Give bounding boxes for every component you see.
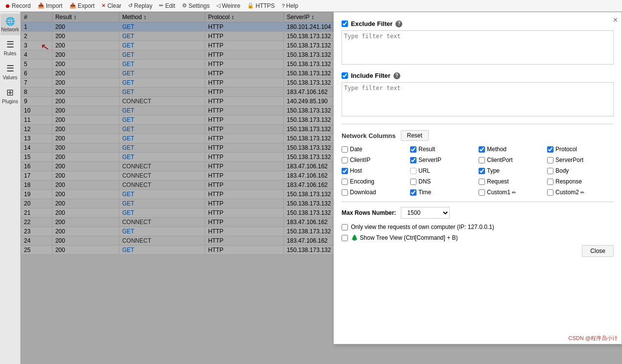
col-cb-time[interactable] xyxy=(410,189,416,196)
col-label-response[interactable]: Response xyxy=(555,178,582,185)
edit-col-icon[interactable]: ✏ xyxy=(580,190,584,195)
col-label-serverip[interactable]: ServerIP xyxy=(418,157,441,163)
exclude-filter-checkbox[interactable] xyxy=(342,21,348,27)
include-filter-help-icon[interactable]: ? xyxy=(393,72,400,79)
col-checkbox-protocol[interactable]: Protocol xyxy=(547,146,614,153)
col-checkbox-clientport[interactable]: ClientPort xyxy=(479,157,545,163)
col-checkbox-download[interactable]: Download xyxy=(342,189,408,196)
sidebar-item-rules[interactable]: ☰ Rules xyxy=(0,36,20,59)
include-filter-checkbox[interactable] xyxy=(342,72,348,79)
col-checkbox-custom1[interactable]: Custom1 ✏ xyxy=(479,189,545,196)
col-checkbox-clientip[interactable]: ClientIP xyxy=(342,157,408,163)
col-cb-serverport[interactable] xyxy=(547,157,553,163)
settings-close-x-button[interactable]: × xyxy=(613,16,618,24)
tree-view-label[interactable]: 🌲 Show Tree View (Ctrl[Command] + B) xyxy=(351,234,458,241)
col-label-request[interactable]: Request xyxy=(487,178,509,185)
col-label-download[interactable]: Download xyxy=(350,189,376,196)
col-cb-body[interactable] xyxy=(547,168,553,174)
col-cb-download[interactable] xyxy=(342,189,348,196)
include-filter-header: Include Filter ? xyxy=(342,72,614,79)
own-computer-label[interactable]: Only view the requests of own computer (… xyxy=(351,224,494,230)
record-icon: ⏺ xyxy=(5,3,10,9)
col-label-clientport[interactable]: ClientPort xyxy=(487,157,513,163)
col-cb-host[interactable] xyxy=(342,168,348,174)
tree-view-option[interactable]: 🌲 Show Tree View (Ctrl[Command] + B) xyxy=(342,234,614,241)
col-cb-result[interactable] xyxy=(410,146,416,153)
clear-button[interactable]: ✕ Clear xyxy=(98,0,124,11)
https-button[interactable]: 🔒 HTTPS xyxy=(244,0,277,11)
col-label-custom2[interactable]: Custom2 ✏ xyxy=(555,189,584,196)
col-checkbox-date[interactable]: Date xyxy=(342,146,408,153)
col-label-dns[interactable]: DNS xyxy=(418,178,431,185)
record-button[interactable]: ⏺ Record xyxy=(2,0,34,11)
own-computer-checkbox[interactable] xyxy=(342,224,348,230)
col-cb-request[interactable] xyxy=(479,179,485,185)
sidebar-item-plugins[interactable]: ⊞ Plugins xyxy=(0,84,20,107)
col-checkbox-request[interactable]: Request xyxy=(479,178,545,185)
col-cb-clientport[interactable] xyxy=(479,157,485,163)
col-label-custom1[interactable]: Custom1 ✏ xyxy=(487,189,516,196)
sidebar-item-network[interactable]: 🌐 Network xyxy=(0,14,20,35)
close-dialog-button[interactable]: Close xyxy=(582,245,614,257)
exclude-filter-help-icon[interactable]: ? xyxy=(395,21,402,27)
sidebar-item-values[interactable]: ☰ Values xyxy=(0,60,20,83)
col-checkbox-body[interactable]: Body xyxy=(547,167,614,174)
col-label-result[interactable]: Result xyxy=(418,146,435,153)
col-cb-method[interactable] xyxy=(479,146,485,153)
tree-view-checkbox[interactable] xyxy=(342,235,348,241)
settings-button[interactable]: ⚙ Settings xyxy=(179,0,212,11)
col-cb-clientip[interactable] xyxy=(342,157,348,163)
col-checkbox-type[interactable]: Type xyxy=(479,167,545,174)
export-button[interactable]: 📤 Export xyxy=(67,0,98,11)
col-checkbox-url[interactable]: URL xyxy=(410,167,477,174)
col-label-clientip[interactable]: ClientIP xyxy=(350,157,370,163)
col-checkbox-serverip[interactable]: ServerIP xyxy=(410,157,477,163)
col-checkbox-response[interactable]: Response xyxy=(547,178,614,185)
own-computer-option[interactable]: Only view the requests of own computer (… xyxy=(342,224,614,230)
col-label-method[interactable]: Method xyxy=(487,146,507,153)
exclude-filter-header: Exclude Filter ? xyxy=(342,20,614,27)
col-checkbox-result[interactable]: Result xyxy=(410,146,477,153)
col-checkbox-custom2[interactable]: Custom2 ✏ xyxy=(547,189,614,196)
import-button[interactable]: 📥 Import xyxy=(35,0,66,11)
col-checkbox-method[interactable]: Method xyxy=(479,146,545,153)
col-cb-protocol[interactable] xyxy=(547,146,553,153)
max-rows-select[interactable]: 500100015002000500010000 xyxy=(401,207,450,219)
col-label-type[interactable]: Type xyxy=(487,167,500,174)
edit-col-icon[interactable]: ✏ xyxy=(512,190,516,195)
col-checkbox-serverport[interactable]: ServerPort xyxy=(547,157,614,163)
col-cb-encoding[interactable] xyxy=(342,179,348,185)
col-label-protocol[interactable]: Protocol xyxy=(555,146,577,153)
col-label-serverport[interactable]: ServerPort xyxy=(555,157,583,163)
clear-icon: ✕ xyxy=(101,2,106,9)
exclude-filter-label[interactable]: Exclude Filter xyxy=(351,20,392,27)
include-filter-textarea[interactable] xyxy=(342,82,614,116)
edit-button[interactable]: ✏ Edit xyxy=(156,0,178,11)
col-cb-custom2[interactable] xyxy=(547,189,553,196)
col-label-body[interactable]: Body xyxy=(555,167,569,174)
col-cb-custom1[interactable] xyxy=(479,189,485,196)
help-button[interactable]: ? Help xyxy=(279,0,301,11)
col-cb-date[interactable] xyxy=(342,146,348,153)
settings-dialog: × Exclude Filter ? Include Filter ? xyxy=(333,12,622,344)
col-checkbox-encoding[interactable]: Encoding xyxy=(342,178,408,185)
col-label-time[interactable]: Time xyxy=(418,189,431,196)
col-cb-response[interactable] xyxy=(547,179,553,185)
include-filter-label[interactable]: Include Filter xyxy=(351,72,391,79)
reset-columns-button[interactable]: Reset xyxy=(401,130,429,141)
col-label-encoding[interactable]: Encoding xyxy=(350,178,374,185)
col-checkbox-time[interactable]: Time xyxy=(410,189,477,196)
exclude-filter-textarea[interactable] xyxy=(342,30,614,65)
col-cb-serverip[interactable] xyxy=(410,157,416,163)
include-filter-section: Include Filter ? xyxy=(342,72,614,118)
col-cb-dns[interactable] xyxy=(410,179,416,185)
col-cb-type[interactable] xyxy=(479,168,485,174)
col-cb-url[interactable] xyxy=(410,168,416,174)
col-label-host[interactable]: Host xyxy=(350,167,362,174)
col-checkbox-dns[interactable]: DNS xyxy=(410,178,477,185)
col-checkbox-host[interactable]: Host xyxy=(342,167,408,174)
col-label-date[interactable]: Date xyxy=(350,146,362,153)
replay-button[interactable]: ↺ Replay xyxy=(125,0,155,11)
col-label-url[interactable]: URL xyxy=(418,167,430,174)
weinre-button[interactable]: ◁ Weinre xyxy=(213,0,243,11)
